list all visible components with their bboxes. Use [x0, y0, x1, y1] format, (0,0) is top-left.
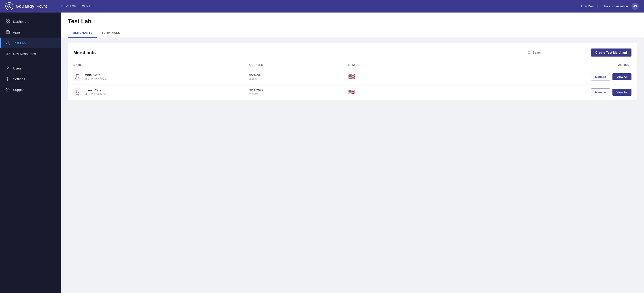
col-actions: ACTIONS: [432, 61, 637, 69]
search-icon: [528, 51, 531, 54]
svg-point-9: [7, 43, 8, 44]
testlab-icon: [5, 41, 10, 45]
svg-rect-4: [8, 22, 10, 23]
status-flag: 🇺🇸: [348, 89, 355, 95]
header-user-name: John Doe: [580, 4, 594, 8]
merchant-status-cell: 🇺🇸: [343, 84, 432, 100]
sidebar-label-dashboard: Dashboard: [13, 20, 29, 23]
created-date: 9/21/2022: [249, 73, 338, 77]
merchant-actions-cell: Manage View As: [432, 69, 637, 84]
svg-point-18: [77, 77, 78, 78]
sidebar-divider: [5, 61, 56, 61]
svg-line-11: [7, 52, 8, 55]
dev-center-label: DEVELOPER CENTER: [62, 5, 95, 8]
svg-point-22: [78, 92, 78, 93]
sidebar-item-testlab[interactable]: Test Lab: [0, 37, 61, 48]
merchant-created-cell: 9/21/2022 2:15am: [244, 84, 343, 100]
sidebar-label-testlab: Test Lab: [13, 41, 26, 45]
dashboard-icon: [5, 19, 10, 24]
sidebar-item-users[interactable]: Users: [0, 63, 61, 73]
merchant-created-cell: 9/21/2022 2:15am: [244, 69, 343, 84]
header-left: GoDaddy Poynt DEVELOPER CENTER: [5, 2, 95, 10]
header-org[interactable]: John's organization: [601, 4, 628, 8]
header-separator: [597, 4, 598, 8]
svg-point-13: [7, 78, 8, 80]
status-flag: 🇺🇸: [348, 73, 355, 80]
svg-point-10: [8, 43, 8, 43]
sidebar-item-dashboard[interactable]: Dashboard: [0, 16, 61, 27]
sidebar: Dashboard Apps: [0, 12, 61, 293]
merchant-actions-cell: Manage View As: [432, 84, 637, 100]
merchants-table: NAME CREATED STATUS ACTIONS: [68, 61, 637, 100]
merchant-mid: MID: WI8KHFS61I: [84, 77, 107, 80]
svg-rect-1: [6, 20, 8, 21]
sidebar-label-users: Users: [13, 66, 22, 70]
svg-line-16: [530, 53, 530, 54]
svg-point-21: [77, 93, 78, 94]
merchant-name: Metal Cafe: [84, 73, 107, 77]
users-icon: [5, 66, 10, 70]
viewas-button[interactable]: View As: [612, 73, 632, 80]
sidebar-label-devresources: Dev Resources: [13, 52, 36, 56]
tab-merchants[interactable]: MERCHANTS: [68, 28, 97, 38]
svg-rect-7: [6, 33, 10, 34]
merchant-name-cell: Invest Cafe MID: PDIR4U7TIV: [68, 84, 244, 100]
manage-button[interactable]: Manage: [591, 73, 610, 80]
sidebar-item-support[interactable]: Support: [0, 84, 61, 95]
created-time: 2:15am: [249, 77, 338, 80]
col-created: CREATED: [244, 61, 343, 69]
page-header: Test Lab MERCHANTS TERMINALS: [61, 12, 644, 38]
header-right: John Doe John's organization JO: [580, 3, 639, 10]
merchant-name-cell: Metal Cafe MID: WI8KHFS61I: [68, 69, 244, 84]
merchants-title: Merchants: [73, 50, 96, 55]
logo-godaddy: GoDaddy: [16, 4, 34, 9]
col-status: STATUS: [343, 61, 432, 69]
sidebar-label-apps: Apps: [13, 30, 20, 34]
page-title: Test Lab: [68, 18, 637, 25]
merchant-name: Invest Cafe: [84, 88, 106, 92]
sidebar-item-apps[interactable]: Apps: [0, 27, 61, 37]
svg-point-19: [78, 77, 78, 77]
flask-icon: [73, 73, 82, 81]
devresources-icon: [5, 51, 10, 56]
merchant-status-cell: 🇺🇸: [343, 69, 432, 84]
created-date: 9/21/2022: [249, 88, 338, 92]
search-box[interactable]: [525, 49, 588, 56]
manage-button[interactable]: Manage: [591, 88, 610, 96]
settings-icon: [5, 77, 10, 81]
created-time: 2:15am: [249, 92, 338, 96]
merchant-mid: MID: PDIR4U7TIV: [84, 92, 106, 96]
col-name: NAME: [68, 61, 244, 69]
app-header: GoDaddy Poynt DEVELOPER CENTER John Doe …: [0, 0, 644, 12]
svg-rect-5: [6, 31, 10, 32]
active-indicator: [0, 37, 1, 48]
app-body: Dashboard Apps: [0, 12, 644, 293]
sidebar-item-settings[interactable]: Settings: [0, 73, 61, 84]
merchants-header: Merchants Create Test Merchant: [68, 43, 637, 61]
create-test-merchant-button[interactable]: Create Test Merchant: [591, 48, 632, 56]
support-icon: [5, 87, 10, 92]
viewas-button[interactable]: View As: [612, 89, 632, 96]
search-input[interactable]: [532, 51, 584, 54]
table-row: Metal Cafe MID: WI8KHFS61I 9/21/2022 2:1…: [68, 69, 637, 84]
flask-icon: [73, 88, 82, 96]
content-area: Merchants Create Test Merchant: [61, 38, 644, 105]
svg-rect-2: [8, 20, 10, 21]
logo-icon: [5, 2, 14, 10]
tabs: MERCHANTS TERMINALS: [68, 28, 637, 37]
svg-rect-3: [6, 22, 8, 23]
avatar[interactable]: JO: [632, 3, 639, 10]
tab-terminals[interactable]: TERMINALS: [97, 28, 124, 38]
svg-point-12: [7, 67, 8, 68]
logo-area: GoDaddy Poynt: [5, 2, 47, 10]
table-row: Invest Cafe MID: PDIR4U7TIV 9/21/2022 2:…: [68, 84, 637, 100]
sidebar-item-devresources[interactable]: Dev Resources: [0, 48, 61, 59]
logo-poynt: Poynt: [37, 4, 47, 9]
merchants-actions: Create Test Merchant: [525, 48, 632, 56]
sidebar-label-support: Support: [13, 88, 25, 92]
apps-icon: [5, 30, 10, 34]
svg-rect-6: [6, 32, 10, 33]
main-content: Test Lab MERCHANTS TERMINALS Merchants: [61, 12, 644, 293]
sidebar-label-settings: Settings: [13, 77, 25, 81]
merchants-card: Merchants Create Test Merchant: [68, 43, 637, 100]
